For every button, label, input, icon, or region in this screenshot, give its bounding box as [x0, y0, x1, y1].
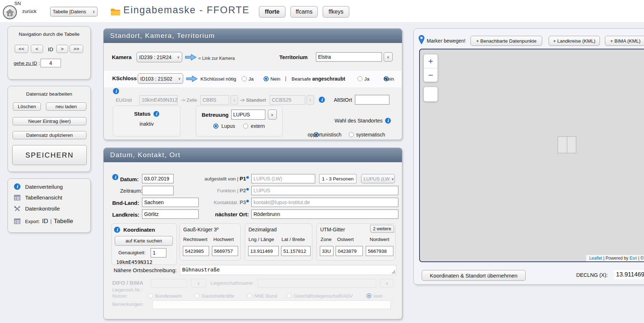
- chevron-down-icon: ∨: [392, 177, 394, 181]
- territorium-input[interactable]: [316, 52, 382, 62]
- map-area[interactable]: + − Leaflet | Powered by Esri | © C: [419, 49, 644, 262]
- bnd-land-input[interactable]: [142, 198, 199, 207]
- kschluessel-ja-label: Ja: [248, 76, 254, 82]
- link-data-control[interactable]: Datenkontrolle: [14, 206, 60, 212]
- map-layers-button[interactable]: [423, 87, 438, 102]
- liegenschaftsname-dropdown-disabled: ∨: [380, 279, 393, 288]
- dez-lng-input[interactable]: [248, 246, 279, 256]
- duplicate-button[interactable]: Datensatz duplizieren: [13, 131, 86, 139]
- landkreis-input[interactable]: [142, 209, 199, 219]
- export-id-link[interactable]: ID: [42, 218, 48, 225]
- camera-link-arrow-icon[interactable]: [185, 54, 197, 61]
- map-attribution: Leaflet | Powered by Esri | © C: [586, 255, 644, 261]
- back-link[interactable]: zurück: [22, 9, 37, 14]
- naechster-ort-input[interactable]: [251, 209, 398, 219]
- kschluessel-nein-radio[interactable]: [264, 76, 269, 81]
- betreuung-lupus-radio[interactable]: [213, 124, 218, 129]
- kontaktdat-label-text: Kontaktdat.: [214, 200, 238, 205]
- bima-kml-button[interactable]: + BIMA (KML): [605, 36, 644, 46]
- kschloss-select[interactable]: ID103 : 21S02 ∨: [138, 73, 183, 84]
- neighbor-points-button[interactable]: + Benachbarte Datenpunkte: [470, 36, 542, 46]
- utm-nordwert-input[interactable]: [366, 246, 393, 256]
- nav-next-button[interactable]: >: [56, 45, 68, 53]
- ortsbeschreibung-textarea[interactable]: Bühnaustraße: [180, 265, 396, 275]
- tab-ffcams[interactable]: ffcams: [290, 6, 318, 18]
- esri-link[interactable]: Esri: [630, 256, 637, 261]
- utm-ostwert-input[interactable]: [336, 246, 363, 256]
- info-icon[interactable]: i: [112, 174, 118, 180]
- genauigkeit-label: Genauigkeit:: [118, 250, 146, 255]
- goto-id-colon: :: [38, 61, 40, 66]
- link-table-view[interactable]: Tabellenansicht: [14, 194, 62, 201]
- utm-col-nordwert: Nordwert: [370, 237, 389, 242]
- bearsafe-nein-label: Nein: [384, 76, 394, 82]
- table-select[interactable]: Tabelle [Datens ∨: [50, 7, 98, 16]
- p1-input[interactable]: [251, 174, 315, 183]
- nav-prev-button[interactable]: <: [31, 45, 43, 53]
- home-button[interactable]: [3, 5, 17, 19]
- export-table-link[interactable]: Tabelle: [54, 218, 73, 225]
- status-box: Status i inaktiv: [113, 106, 180, 136]
- aufgestellt-label: aufgestellt von | P1: [195, 176, 249, 182]
- tab-ffkeys[interactable]: ffkeys: [323, 6, 349, 18]
- tab-fforte[interactable]: fforte: [259, 6, 285, 18]
- zoom-out-button[interactable]: −: [424, 68, 437, 82]
- info-icon[interactable]: i: [319, 97, 325, 103]
- ortsbeschreibung-wrap: Bühnaustraße: [180, 265, 396, 275]
- p3-input[interactable]: [251, 198, 398, 207]
- funktion-label-text: Funktion |: [217, 188, 238, 193]
- attr-tail: | © C: [637, 256, 644, 261]
- wahl-opportunistisch-label: opportunistisch: [308, 132, 341, 138]
- p1-select[interactable]: LUPUS (LW ∨: [361, 174, 395, 183]
- delete-button[interactable]: Löschen: [13, 102, 41, 111]
- link-data-distribution[interactable]: i Datenverteilung: [14, 183, 63, 190]
- p2-input[interactable]: [251, 186, 398, 195]
- more-coords-button[interactable]: 2 weitere: [370, 225, 394, 233]
- kamera-select[interactable]: ID239 : 21R24 ∨: [137, 52, 182, 62]
- landkreis-label: Landkreis:: [112, 212, 139, 218]
- nav-last-button[interactable]: >>: [70, 45, 83, 53]
- territorium-dropdown-button[interactable]: ∨: [384, 52, 393, 62]
- gk-hochwert-input[interactable]: [212, 246, 238, 256]
- goto-id-link[interactable]: gehe zu ID: [14, 61, 37, 66]
- nutzer-geschaeftsliegenschaft-label: Geschäftsliegenschaft/AGV: [294, 293, 353, 299]
- zeitraum-input[interactable]: [142, 186, 174, 195]
- standort-section: Standort, Kamera, Territorium Kamera ID2…: [103, 28, 402, 140]
- altstort-input[interactable]: [355, 95, 389, 105]
- betreuung-input[interactable]: [231, 110, 265, 120]
- new-entry-button[interactable]: Neuer Eintrag (leer): [13, 117, 86, 125]
- personen-box[interactable]: 1 - 3 Personen: [319, 174, 356, 183]
- save-button[interactable]: SPEICHERN: [12, 145, 87, 165]
- navigation-panel: Navigation durch die Tabelle << < ID > >…: [8, 26, 91, 79]
- kschloss-link-arrow-icon[interactable]: [186, 75, 198, 82]
- info-icon[interactable]: i: [114, 227, 120, 233]
- nav-first-button[interactable]: <<: [15, 45, 28, 53]
- info-icon[interactable]: i: [153, 111, 159, 117]
- gk-rechtswert-input[interactable]: [183, 246, 209, 256]
- map-search-button[interactable]: auf Karte suchen: [115, 236, 173, 246]
- dez-lat-input[interactable]: [281, 246, 311, 256]
- info-icon[interactable]: i: [113, 88, 119, 94]
- landkreise-kml-button[interactable]: + Landkreise (KML): [549, 36, 600, 46]
- leaflet-link[interactable]: Leaflet: [589, 256, 602, 261]
- reload-button[interactable]: neu laden: [46, 102, 86, 111]
- wahl-systematisch-radio[interactable]: [349, 132, 354, 137]
- betreuung-extern-radio[interactable]: [243, 124, 248, 129]
- betreuung-dropdown-button[interactable]: ∨: [268, 110, 277, 120]
- zoom-in-button[interactable]: +: [424, 54, 437, 68]
- zelle-value: CBBS: [203, 97, 216, 103]
- info-icon[interactable]: i: [385, 118, 391, 124]
- genauigkeit-input[interactable]: [151, 248, 166, 257]
- apply-coordinates-button[interactable]: Koordinaten & Standort übernehmen: [422, 270, 526, 281]
- ortsbeschreibung-label: Nähere Ortsbeschreibung:: [114, 267, 177, 273]
- goto-id-input[interactable]: [41, 59, 61, 67]
- kschluessel-nein-label: Nein: [270, 76, 280, 82]
- utm-zone-input[interactable]: [320, 246, 333, 256]
- bemerkungen-label: Bemerkungen:: [112, 302, 144, 307]
- utm-box: UTM-Gitter 2 weitere Zone Ostwert Nordwe…: [317, 223, 396, 261]
- bearsafe-ja-radio[interactable]: [357, 76, 363, 81]
- pipe-separator: |: [285, 76, 287, 81]
- datum-input[interactable]: [142, 174, 174, 183]
- kschluessel-ja-radio[interactable]: [242, 76, 247, 81]
- record-edit-panel: Datensatz bearbeiten Löschen neu laden N…: [8, 86, 91, 172]
